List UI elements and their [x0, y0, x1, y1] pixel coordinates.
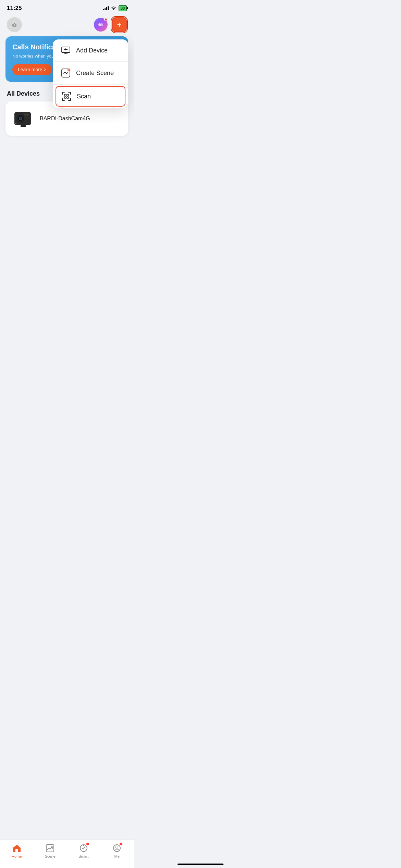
svg-point-23	[20, 118, 21, 119]
learn-more-button[interactable]: Learn more >	[12, 64, 52, 75]
svg-rect-16	[67, 94, 69, 96]
header-right: +	[94, 17, 127, 32]
status-time: 11:25	[7, 5, 22, 12]
signal-icon	[103, 6, 109, 10]
monitor-icon	[61, 46, 71, 55]
add-device-label: Add Device	[76, 47, 108, 54]
svg-rect-17	[64, 97, 66, 98]
svg-point-5	[100, 23, 103, 26]
scan-label: Scan	[77, 93, 91, 100]
svg-rect-3	[14, 23, 15, 24]
dropdown-menu: Add Device Create Scene	[53, 39, 128, 108]
create-scene-label: Create Scene	[76, 70, 114, 77]
avatar[interactable]	[7, 17, 22, 32]
plus-icon: +	[117, 21, 122, 29]
status-bar: 11:25 83	[0, 0, 134, 14]
svg-rect-25	[24, 113, 29, 116]
dropdown-item-create-scene[interactable]: Create Scene	[53, 62, 128, 84]
svg-rect-29	[21, 125, 26, 127]
status-icons: 83	[103, 5, 127, 11]
battery-icon: 83	[119, 5, 127, 11]
device-name: BARDI-DashCam4G	[40, 116, 90, 122]
dropdown-item-add-device[interactable]: Add Device	[53, 39, 128, 62]
svg-rect-18	[67, 97, 69, 98]
bubble-icon[interactable]	[94, 18, 108, 32]
header: +	[0, 14, 134, 36]
device-image	[12, 108, 34, 130]
dropdown-item-scan[interactable]: Scan	[56, 86, 125, 107]
wifi-icon	[111, 6, 117, 11]
scan-icon	[62, 92, 71, 101]
notification-badge	[104, 18, 108, 21]
dropdown-overlay: Add Device Create Scene	[53, 39, 128, 108]
svg-point-24	[15, 123, 16, 124]
scene-icon	[61, 68, 71, 78]
svg-rect-15	[64, 94, 66, 96]
add-button[interactable]: +	[112, 17, 127, 32]
